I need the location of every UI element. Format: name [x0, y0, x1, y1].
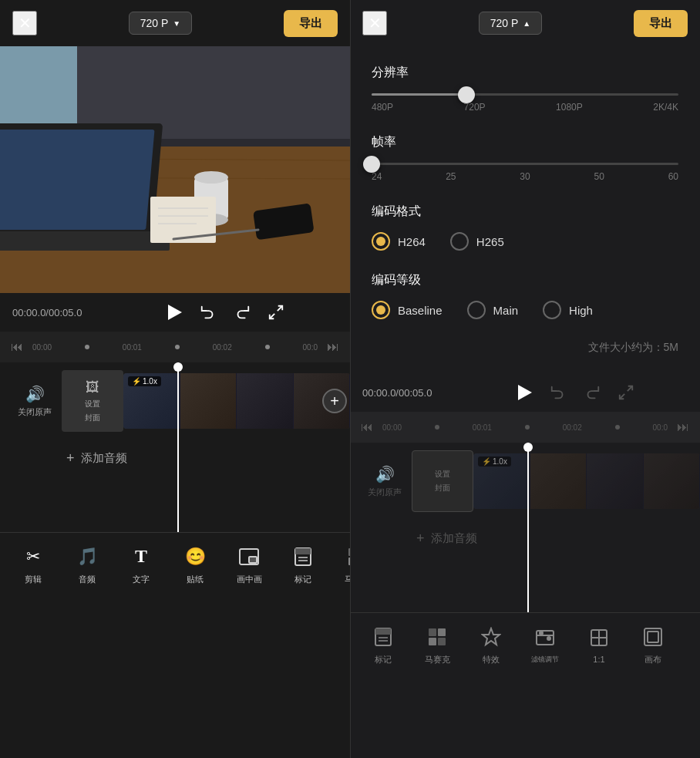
level-baseline-radio[interactable]	[372, 301, 390, 319]
right-tool-ratio[interactable]: 1:1	[572, 619, 626, 670]
svg-rect-48	[429, 638, 436, 645]
right-effect-icon	[479, 625, 503, 649]
resolution-thumb[interactable]	[458, 86, 475, 103]
right-tool-effect[interactable]: 特效	[464, 618, 518, 672]
left-fullscreen-button[interactable]	[264, 300, 288, 325]
left-tool-pip[interactable]: 画中画	[222, 538, 276, 591]
right-redo-button[interactable]	[580, 380, 604, 405]
svg-point-18	[194, 171, 228, 184]
fps-track	[372, 163, 678, 165]
right-bottom-toolbar: 标记 马赛克 特效	[350, 612, 700, 676]
svg-point-54	[547, 637, 550, 640]
svg-rect-29	[249, 557, 257, 563]
level-main-option[interactable]: Main	[467, 301, 519, 319]
right-scrubber-dot2	[525, 425, 530, 430]
right-tool-mark[interactable]: 标记	[356, 618, 410, 672]
left-undo-button[interactable]	[196, 300, 220, 325]
left-add-clip-button[interactable]: +	[322, 389, 347, 413]
right-add-audio-button[interactable]: + 添加音频	[416, 531, 477, 547]
right-add-audio-plus-icon: +	[416, 531, 425, 547]
left-video-track: 🔊 关闭原声 🖼 设置 封面 ⚡ 1.0x +	[0, 362, 350, 440]
right-frame-4	[644, 453, 701, 509]
right-fullscreen-button[interactable]	[614, 380, 638, 405]
left-top-bar: ✕ 720 P ▼ 导出	[0, 0, 350, 46]
left-video-strip[interactable]: ⚡ 1.0x +	[123, 373, 350, 429]
left-add-audio-row: + 添加音频	[8, 440, 350, 477]
codec-level-setting: 编码等级 Baseline Main High	[372, 272, 678, 319]
left-tool-cut[interactable]: ✂ 剪辑	[6, 538, 60, 591]
resolution-labels: 480P 720P 1080P 2K/4K	[372, 102, 678, 113]
left-cover-thumb[interactable]: 🖼 设置 封面	[62, 370, 123, 432]
left-tool-text[interactable]: T 文字	[114, 538, 168, 591]
right-close-button[interactable]: ✕	[362, 11, 387, 35]
codec-h265-radio[interactable]	[450, 232, 469, 251]
left-playback-controls: 00:00.0/00:05.0	[0, 293, 350, 332]
right-frame-3	[587, 453, 644, 509]
settings-content: 分辨率 480P 720P 1080P 2K/4K 帧率	[350, 46, 700, 373]
left-frame-3	[237, 373, 294, 429]
fps-slider[interactable]: 24 25 30 50 60	[372, 163, 678, 182]
resolution-track	[372, 93, 678, 96]
level-high-radio[interactable]	[543, 301, 561, 319]
svg-rect-31	[295, 548, 311, 554]
panel-divider	[350, 0, 351, 758]
video-frame-art	[0, 46, 350, 293]
fps-thumb[interactable]	[363, 156, 380, 173]
codec-h264-option[interactable]: H264	[372, 232, 426, 251]
right-tool-filter[interactable]: 滤镜调节	[518, 619, 572, 671]
right-export-button[interactable]: 导出	[634, 10, 688, 37]
right-undo-button[interactable]	[546, 380, 570, 405]
codec-radio-group: H264 H265	[372, 232, 678, 251]
left-frame-2	[180, 373, 237, 429]
left-add-audio-button[interactable]: + 添加音频	[66, 450, 127, 467]
left-panel: ✕ 720 P ▼ 导出	[0, 0, 350, 758]
right-cover-thumb[interactable]: 设置 封面	[412, 450, 473, 512]
left-resolution-select[interactable]: 720 P ▼	[129, 12, 193, 35]
right-skip-back-button[interactable]: ⏮	[358, 420, 376, 434]
left-skip-forward-button[interactable]: ⏭	[324, 340, 342, 354]
level-baseline-option[interactable]: Baseline	[372, 301, 443, 319]
left-close-button[interactable]: ✕	[12, 11, 37, 35]
right-video-strip[interactable]: ⚡ 1.0x	[473, 453, 700, 509]
cover-thumb-icon: 🖼	[86, 379, 99, 396]
right-timeline: 🔊 关闭原声 设置 封面 ⚡ 1.0x	[350, 443, 700, 612]
codec-h265-option[interactable]: H265	[450, 232, 504, 251]
svg-rect-43	[375, 628, 391, 635]
right-resolution-select[interactable]: 720 P ▲	[479, 12, 543, 35]
right-play-button[interactable]	[511, 379, 539, 406]
left-redo-button[interactable]	[230, 300, 254, 325]
left-tool-mark[interactable]: 标记	[276, 538, 330, 591]
left-tool-audio[interactable]: 🎵 音频	[60, 538, 114, 591]
right-time-display: 00:00.0/00:05.0	[362, 387, 432, 399]
codec-h264-radio[interactable]	[372, 232, 390, 251]
left-mute-control: 🔊 关闭原声	[8, 385, 62, 418]
codec-format-setting: 编码格式 H264 H265	[372, 204, 678, 251]
left-tool-mosaic[interactable]: 马赛克	[330, 538, 350, 591]
left-export-button[interactable]: 导出	[284, 10, 338, 37]
right-skip-forward-button[interactable]: ⏭	[674, 420, 692, 434]
svg-line-27	[270, 314, 274, 318]
left-play-button[interactable]	[161, 298, 189, 326]
level-high-option[interactable]: High	[543, 301, 593, 319]
codec-title: 编码格式	[372, 204, 678, 220]
right-tool-canvas[interactable]: 画布	[626, 618, 680, 672]
right-scrubber-track: 00:00 00:01 00:02 00:0	[382, 423, 668, 432]
right-resolution-arrow-icon: ▲	[523, 19, 530, 28]
text-icon: T	[129, 544, 153, 569]
left-time-display: 00:00.0/00:05.0	[12, 307, 82, 318]
right-top-bar: ✕ 720 P ▲ 导出	[350, 0, 700, 46]
level-radio-group: Baseline Main High	[372, 301, 678, 319]
level-main-radio[interactable]	[467, 301, 486, 319]
left-skip-back-button[interactable]: ⏮	[8, 340, 26, 354]
mark-icon	[291, 544, 315, 569]
right-frame-2	[530, 453, 587, 509]
right-filter-icon	[533, 625, 557, 650]
resolution-slider[interactable]: 480P 720P 1080P 2K/4K	[372, 93, 678, 113]
left-tool-sticker[interactable]: 😊 贴纸	[168, 538, 222, 591]
right-tool-mosaic[interactable]: 马赛克	[410, 618, 464, 672]
right-scrubber: ⏮ 00:00 00:01 00:02 00:0 ⏭	[350, 412, 700, 443]
right-speaker-icon: 🔊	[375, 465, 395, 483]
right-add-audio-row: + 添加音频	[358, 520, 700, 557]
svg-line-26	[278, 306, 282, 311]
svg-rect-59	[648, 632, 658, 642]
